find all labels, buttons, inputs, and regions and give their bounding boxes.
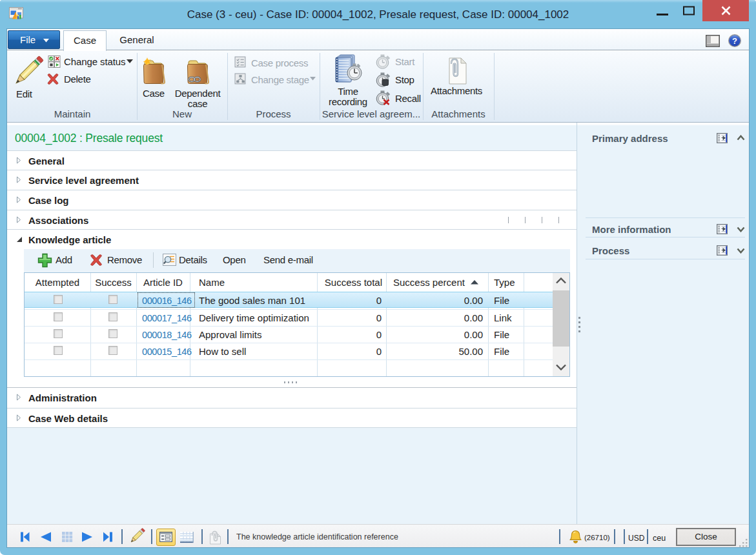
svg-text:?: ?	[732, 36, 737, 46]
